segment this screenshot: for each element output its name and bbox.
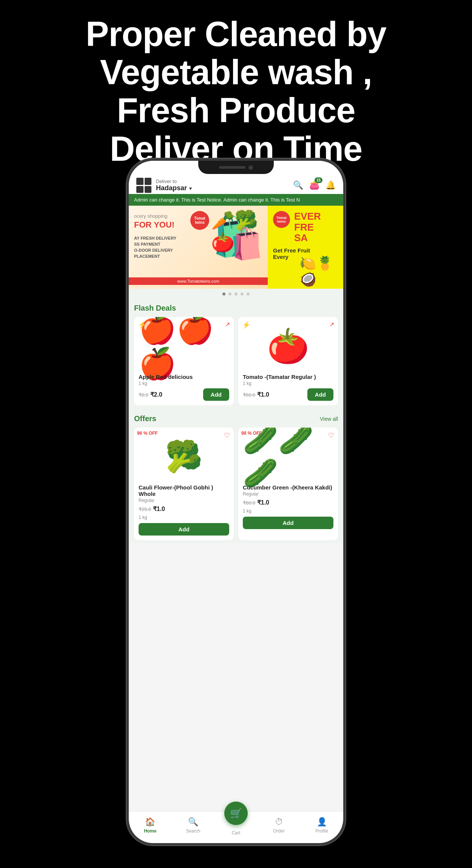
dot-4[interactable] (241, 292, 244, 295)
hero-line1: Proper Cleaned by (86, 15, 386, 53)
cart-nav-label: Cart (232, 830, 241, 836)
dot-5[interactable] (247, 292, 250, 295)
cucumber-price-row: ₹60.0 ₹1.0 (243, 499, 333, 506)
nav-item-profile[interactable]: 👤 Profile (300, 817, 343, 834)
nav-item-order[interactable]: ⏱ Order (258, 817, 301, 834)
share-icon-tomato[interactable]: ↗ (329, 321, 334, 328)
offers-title: Offers (134, 414, 156, 423)
cucumber-add-button[interactable]: Add (243, 517, 333, 529)
notice-bar: Admin can change it. This is Test Notice… (129, 194, 343, 206)
cauliflower-price-row: ₹25.0 ₹1.0 (139, 505, 229, 512)
cucumber-image: 🥒🥒🥒 (243, 432, 333, 481)
cucumber-price-sale: ₹1.0 (257, 499, 269, 506)
flash-deals-title: Flash Deals (134, 304, 176, 312)
product-card-tomato: ⚡ ↗ 🍅 Tomato -(Tamatar Regular ) 1 kg ₹6… (238, 317, 338, 405)
search-icon[interactable]: 🔍 (293, 180, 303, 190)
banner-features: AY FRESH DELIVERY SS PAYMENT O-DOOR DELI… (134, 236, 176, 260)
banners-row: Tomattwins ocery shopping FOR YOU! AY FR… (129, 206, 343, 289)
product-card-cucumber: 98 % OFF ♡ 🥒🥒🥒 Cucumber Green -(Kheera K… (238, 428, 338, 540)
cucumber-off-badge: 98 % OFF (241, 431, 262, 436)
fruits-display: 🍋🍍🥥 (298, 251, 343, 289)
cauliflower-price-sale: ₹1.0 (153, 506, 165, 512)
nav-item-home[interactable]: 🏠 Home (129, 817, 172, 834)
tomato-weight: 1 kg (243, 381, 333, 386)
banner-section: Tomattwins ocery shopping FOR YOU! AY FR… (129, 206, 343, 299)
apple-price-row: ₹0.0 ₹2.0 Add (139, 388, 229, 401)
banner-large-text: FOR YOU! (134, 220, 174, 230)
dot-2[interactable] (228, 292, 231, 295)
cauliflower-weight: 1 kg (139, 515, 229, 520)
product-card-cauliflower: 96 % OFF ♡ 🥦 Cauli Flower-(Phool Gobhi )… (134, 428, 234, 540)
hero-text: Proper Cleaned by Vegetable wash , Fresh… (0, 0, 472, 175)
heart-icon-cucumber[interactable]: ♡ (328, 431, 334, 440)
carousel-dots (129, 289, 343, 299)
banner-small-text: ocery shopping (134, 213, 167, 219)
cauliflower-image: 🥦 (139, 432, 229, 481)
dot-1[interactable] (222, 292, 225, 295)
apple-image: 🍎🍎🍎 (139, 322, 229, 371)
tomato-price-row: ₹60.0 ₹1.0 Add (243, 388, 333, 401)
flash-badge-icon: ⚡ (138, 321, 146, 329)
flash-badge-icon-tomato: ⚡ (242, 321, 250, 329)
dot-3[interactable] (234, 292, 238, 295)
phone-notch (198, 161, 274, 174)
apple-price-original: ₹0.0 (139, 392, 148, 398)
cucumber-name: Cucumber Green -(Kheera Kakdi) (243, 484, 333, 491)
view-all-link[interactable]: View all (320, 416, 338, 422)
banner2-title: EVERFRESA (294, 211, 321, 243)
cauliflower-add-button[interactable]: Add (139, 523, 229, 536)
brand-logo-first: Tomattwins (190, 211, 209, 230)
tomato-price-sale: ₹1.0 (257, 391, 269, 398)
banner-card-2[interactable]: Tomattwins EVERFRESA Get Free FruitEvery… (268, 206, 343, 289)
apple-weight: 1 kg (139, 381, 229, 386)
share-icon-apple[interactable]: ↗ (225, 321, 230, 328)
product-card-apple: ⚡ ↗ 🍎🍎🍎 Apple Red delicious 1 kg ₹0.0 ₹2… (134, 317, 234, 405)
order-label: Order (273, 828, 285, 834)
banner-card-1[interactable]: Tomattwins ocery shopping FOR YOU! AY FR… (129, 206, 268, 289)
order-icon: ⏱ (275, 817, 283, 827)
flash-deals-products: ⚡ ↗ 🍎🍎🍎 Apple Red delicious 1 kg ₹0.0 ₹2… (134, 317, 338, 405)
chevron-down-icon: ▾ (189, 185, 192, 191)
grid-icon[interactable] (136, 178, 151, 193)
offers-section: Offers View all 96 % OFF ♡ 🥦 Cauli Flowe… (129, 410, 343, 543)
location-name: Hadapsar (156, 184, 187, 192)
tomato-add-button[interactable]: Add (307, 388, 333, 401)
search-nav-icon: 🔍 (188, 817, 198, 827)
cauliflower-price-original: ₹25.0 (139, 506, 151, 512)
cauliflower-grade: Regular (139, 498, 229, 503)
bell-icon[interactable]: 🔔 (325, 180, 336, 190)
home-icon: 🏠 (145, 817, 155, 827)
tomato-name: Tomato -(Tamatar Regular ) (243, 374, 333, 380)
heart-icon-cauliflower[interactable]: ♡ (224, 431, 230, 440)
banner-url: www.Tomatotwins.com (129, 277, 268, 285)
cart-fab[interactable]: 🛒 (224, 802, 248, 825)
cauliflower-off-badge: 96 % OFF (137, 431, 158, 436)
cart-wrapper[interactable]: 15 👛 (309, 180, 319, 190)
flash-deals-section: Flash Deals ⚡ ↗ 🍎🍎🍎 Apple Red delicious … (129, 299, 343, 410)
profile-label: Profile (315, 828, 328, 834)
profile-icon: 👤 (317, 817, 327, 827)
search-label: Search (186, 828, 200, 834)
apple-add-button[interactable]: Add (203, 388, 229, 401)
nav-item-cart[interactable]: 🛒 Cart (214, 815, 258, 836)
offers-header: Offers View all (134, 414, 338, 423)
notch-camera (248, 165, 253, 170)
home-label: Home (144, 828, 156, 834)
location-section[interactable]: Deliver to Hadapsar ▾ (156, 179, 293, 192)
cucumber-weight: 1 kg (243, 508, 333, 514)
tomato-image: 🍅 (243, 322, 333, 371)
phone-frame: Deliver to Hadapsar ▾ 🔍 15 👛 🔔 (126, 159, 346, 845)
hero-line2: Vegetable wash , (100, 53, 372, 91)
app-content[interactable]: Admin can change it. This is Test Notice… (129, 194, 343, 810)
notice-text: Admin can change it. This is Test Notice… (134, 197, 300, 203)
bottom-nav: 🏠 Home 🔍 Search 🛒 Cart ⏱ Order 👤 P (129, 811, 343, 843)
veggie-bag: 🛍️ 🥕🥦🍅 (211, 209, 264, 274)
flash-deals-header: Flash Deals (134, 304, 338, 312)
nav-item-search[interactable]: 🔍 Search (172, 817, 215, 834)
tomato-price-original: ₹60.0 (243, 392, 255, 398)
brand-logo-second: Tomattwins (273, 211, 290, 228)
cauliflower-name: Cauli Flower-(Phool Gobhi ) Whole (139, 484, 229, 497)
deliver-to-label: Deliver to (156, 179, 293, 184)
cucumber-price-original: ₹60.0 (243, 500, 255, 506)
offers-products: 96 % OFF ♡ 🥦 Cauli Flower-(Phool Gobhi )… (134, 428, 338, 540)
